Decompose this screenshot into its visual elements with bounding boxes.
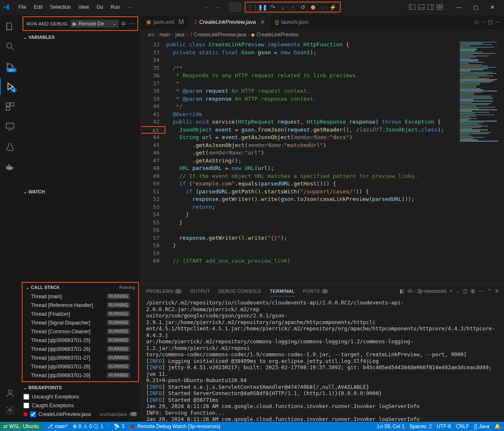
thread-item[interactable]: Thread [main]RUNNING [23,292,138,301]
accounts-icon[interactable] [0,385,20,402]
code-content[interactable]: public class CreateLinkPreview implement… [166,40,458,284]
breadcrumb-item[interactable]: CreateLinkPreview.java [194,32,246,38]
breadcrumb-item[interactable]: src [148,32,154,38]
tab-launch-json[interactable]: {} launch.json [270,15,314,29]
terminal-selector[interactable]: sh - 3p-resources [408,288,446,294]
debug-config-selector[interactable]: ▶ Remote De ⌄ [70,20,119,28]
gear-icon[interactable]: ⚙ [121,20,126,27]
split-editor-icon[interactable]: ◫ [488,19,493,25]
thread-item[interactable]: Thread [qtp399683701-26]RUNNING [23,345,138,353]
git-branch[interactable]: ⎇ main* [47,423,68,429]
breakpoint-checkbox[interactable] [23,403,29,408]
close-icon[interactable]: ✕ [484,1,501,13]
trash-icon[interactable]: 🗑 [471,288,476,294]
tab-pom-xml[interactable]: ▣ pom.xml M [141,15,189,29]
more-icon[interactable]: ⋯ [129,20,134,27]
maximize-icon[interactable]: ▢ [467,1,484,13]
thread-item[interactable]: Thread [Finalizer]RUNNING [23,309,138,318]
breakpoints-header[interactable]: ⌄ BREAKPOINTS [20,383,141,392]
search-box[interactable] [229,3,241,12]
tab-ports[interactable]: PORTS3 [303,286,328,296]
menu-run[interactable]: Run [107,3,123,12]
thread-item[interactable]: Thread [qtp399683701-29]RUNNING [23,371,138,380]
breadcrumb[interactable]: src› main› java› J CreateLinkPreview.jav… [141,29,504,40]
close-panel-icon[interactable]: ✕ [495,288,499,294]
run-debug-icon[interactable]: 1 [0,78,20,95]
menu-selection[interactable]: Selection [47,3,74,12]
step-out-icon[interactable]: ↑ [289,3,296,11]
pause-icon[interactable]: ❚❚ [259,3,266,11]
problems-status[interactable]: ⊗0 ⚠0 ⓘ1 [73,423,103,430]
chevron-down-icon[interactable]: ⌄ [482,19,485,25]
step-into-icon[interactable]: ↓ [279,3,286,11]
layout-panel-left-icon[interactable] [409,4,415,10]
chevron-up-icon[interactable]: ⌃ [487,288,491,294]
layout-customize-icon[interactable] [436,4,443,10]
run-icon[interactable]: ▷ [475,19,479,25]
breakpoint-uncaught[interactable]: Uncaught Exceptions [20,392,141,401]
indentation[interactable]: Spaces: 2 [410,423,432,429]
close-tab-icon[interactable]: ✕ [260,19,265,25]
more-icon[interactable]: ⋯ [495,19,501,25]
stop-icon[interactable]: ⬣ [309,3,317,11]
remote-explorer-icon[interactable] [0,118,20,135]
drag-handle-icon[interactable]: ⋮⋮ [249,3,256,11]
tab-debug-console[interactable]: DEBUG CONSOLE [218,286,261,296]
layout-panel-right-icon[interactable] [427,4,434,10]
breadcrumb-item[interactable]: main [160,32,170,38]
remote-indicator[interactable]: ⇄ WSL: Ubuntu [0,423,42,430]
step-over-icon[interactable]: ↷ [269,3,276,11]
line-gutter[interactable]: 3233343536373839404142434445464748495051… [141,40,166,284]
breakpoint-checkbox[interactable] [30,411,36,417]
hot-reload-icon[interactable]: ⚡ [329,3,337,11]
thread-item[interactable]: Thread [qtp399683701-28]RUNNING [23,362,138,371]
breadcrumb-item[interactable]: java [175,32,185,38]
thread-item[interactable]: Thread [qtp399683701-25]RUNNING [23,336,138,345]
tab-problems[interactable]: PROBLEMS1 [146,286,182,296]
eol[interactable]: CRLF [456,423,469,429]
menu-edit[interactable]: Edit [30,3,46,12]
breadcrumb-item[interactable]: CreateLinkPreview [256,32,299,38]
docker-icon[interactable] [0,158,20,175]
minimize-icon[interactable]: — [451,1,467,13]
tab-output[interactable]: OUTPUT [190,286,210,296]
tab-terminal[interactable]: TERMINAL [270,286,295,297]
breakpoint-checkbox[interactable] [23,394,29,400]
tab-create-link-preview[interactable]: J CreateLinkPreview.java ✕ [189,15,270,29]
variables-header[interactable]: ⌄ VARIABLES [20,33,141,42]
testing-icon[interactable] [0,138,20,155]
encoding[interactable]: UTF-8 [437,423,451,429]
thread-item[interactable]: Thread [Signal Dispatcher]RUNNING [23,318,138,327]
more-icon[interactable]: ⋯ [479,288,484,294]
menu-view[interactable]: View [75,3,92,12]
chevron-down-icon[interactable]: ⌄ [319,3,327,11]
split-terminal-icon[interactable]: ◫ [463,288,467,294]
thread-item[interactable]: Thread [Common-Cleaner]RUNNING [23,327,138,336]
notifications-icon[interactable]: 🔔 [494,423,501,429]
cursor-position[interactable]: Ln 59, Col 1 [377,423,405,429]
menu-more[interactable]: ··· [124,3,135,12]
extensions-icon[interactable] [0,98,20,115]
source-control-icon[interactable]: 1K+ [0,58,20,75]
explorer-icon[interactable] [0,18,20,35]
thread-item[interactable]: Thread [Reference Handler]RUNNING [23,301,138,309]
layout-panel-bottom-icon[interactable] [418,4,425,10]
ports-status[interactable]: 📡3 [114,423,124,429]
menu-file[interactable]: File [15,3,30,12]
settings-gear-icon[interactable] [0,402,20,418]
new-terminal-icon[interactable]: + [450,288,453,294]
menu-go[interactable]: Go [93,3,106,12]
restart-icon[interactable]: ↺ [299,3,306,11]
call-stack-header[interactable]: ⌄ CALL STACK Running [23,283,138,292]
language-mode[interactable]: {} Java [474,423,489,429]
terminal-output[interactable]: /pierrick/.m2/repository/io/cloudevents/… [141,298,504,422]
breakpoint-caught[interactable]: Caught Exceptions [20,401,141,410]
nav-back-icon[interactable]: ← [203,3,212,12]
watch-header[interactable]: ⌄ WATCH [20,187,141,196]
breakpoint-file[interactable]: CreateLinkPreview.java src/main/java 43 [20,410,141,418]
search-icon[interactable] [0,38,20,55]
code-editor[interactable]: 3233343536373839404142434445464748495051… [141,40,504,284]
minimap[interactable] [458,40,504,284]
thread-item[interactable]: Thread [qtp399683701-27]RUNNING [23,353,138,362]
debug-status[interactable]: 🐞 Remote Debug Watch (3p-resources) [129,423,220,429]
